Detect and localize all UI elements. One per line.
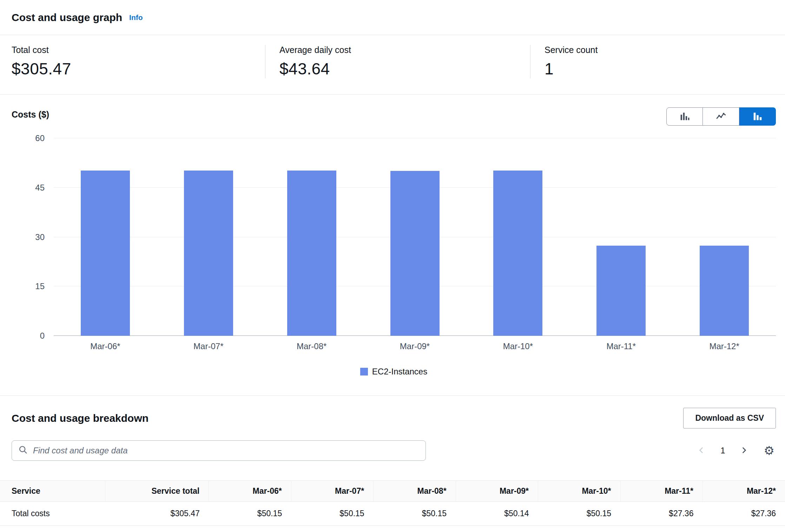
stat-label: Average daily cost xyxy=(279,45,530,55)
column-header: Mar-08* xyxy=(374,481,456,502)
table-cell: $27.36 xyxy=(620,502,702,526)
table-cell: $50.14 xyxy=(456,526,538,532)
table-cell: $50.15 xyxy=(374,526,456,532)
y-tick-label: 45 xyxy=(35,183,45,193)
chevron-left-icon xyxy=(697,446,706,456)
column-header: Mar-12* xyxy=(702,481,785,502)
chart-section: Costs ($) xyxy=(0,95,785,396)
table-row: Total costs$305.47$50.15$50.15$50.15$50.… xyxy=(0,502,785,526)
bar[interactable] xyxy=(493,171,542,336)
table-cell: $50.14 xyxy=(456,502,538,526)
bar-chart: 015304560 xyxy=(12,138,776,336)
stat-service-count: Service count 1 xyxy=(530,45,785,78)
bar-slot xyxy=(157,138,260,336)
page-header: Cost and usage graph Info xyxy=(0,0,785,35)
table-header-row: ServiceService totalMar-06*Mar-07*Mar-08… xyxy=(0,481,785,502)
bar-slot xyxy=(466,138,569,336)
column-header: Mar-11* xyxy=(620,481,702,502)
table-cell: $50.15 xyxy=(209,526,291,532)
grouped-bar-chart-icon xyxy=(679,110,691,123)
preferences-button[interactable]: ⚙ xyxy=(763,443,776,458)
bar-slot xyxy=(363,138,467,336)
stat-total-cost: Total cost $305.47 xyxy=(0,45,265,78)
y-tick-label: 60 xyxy=(35,133,45,143)
table-cell: EC2-Instances xyxy=(0,526,105,532)
y-tick-label: 30 xyxy=(35,232,45,242)
line-chart-toggle-button[interactable] xyxy=(703,107,739,126)
x-axis-label: Mar-09* xyxy=(363,341,467,351)
x-axis-label: Mar-06* xyxy=(54,341,157,351)
bar-slot xyxy=(260,138,363,336)
table-cell: $27.36 xyxy=(702,526,785,532)
table-cell: $50.15 xyxy=(538,502,620,526)
pagination: 1 ⚙ xyxy=(696,443,776,458)
table-cell: $50.15 xyxy=(374,502,456,526)
bar[interactable] xyxy=(184,171,233,336)
table-row: EC2-Instances$305.47$50.15$50.15$50.15$5… xyxy=(0,526,785,532)
bar[interactable] xyxy=(390,171,440,336)
stat-value: $305.47 xyxy=(12,59,265,78)
gear-icon: ⚙ xyxy=(764,445,774,457)
bar-slot xyxy=(673,138,776,336)
chart-y-axis-title: Costs ($) xyxy=(12,107,49,120)
stat-average-daily-cost: Average daily cost $43.64 xyxy=(265,45,530,78)
search-icon xyxy=(18,445,28,456)
legend-item-ec2-instances[interactable]: EC2-Instances xyxy=(360,367,427,377)
stats-row: Total cost $305.47 Average daily cost $4… xyxy=(0,35,785,95)
stacked-bar-chart-icon xyxy=(752,110,764,123)
grouped-bar-chart-toggle-button[interactable] xyxy=(666,107,703,126)
legend-swatch xyxy=(360,368,368,375)
breakdown-title: Cost and usage breakdown xyxy=(12,412,149,424)
table-cell: $305.47 xyxy=(105,502,209,526)
table-cell: $50.15 xyxy=(209,502,291,526)
y-tick-label: 15 xyxy=(35,281,45,291)
page-title: Cost and usage graph xyxy=(12,12,122,24)
table-cell: $50.15 xyxy=(538,526,620,532)
next-page-button[interactable] xyxy=(738,444,750,457)
stat-label: Service count xyxy=(545,45,785,55)
table-cell: $305.47 xyxy=(105,526,209,532)
chart-legend: EC2-Instances xyxy=(12,367,776,377)
breakdown-section: Cost and usage breakdown Download as CSV xyxy=(0,396,785,532)
x-axis-label: Mar-10* xyxy=(466,341,569,351)
bar[interactable] xyxy=(700,246,749,336)
bar-slot xyxy=(569,138,673,336)
cost-breakdown-table: ServiceService totalMar-06*Mar-07*Mar-08… xyxy=(0,480,785,532)
bars-row xyxy=(54,138,776,336)
stat-value: $43.64 xyxy=(279,59,530,78)
search-box xyxy=(12,440,426,461)
line-chart-icon xyxy=(715,110,727,123)
x-axis-label: Mar-11* xyxy=(569,341,673,351)
x-axis-label: Mar-12* xyxy=(673,341,776,351)
x-axis-label: Mar-08* xyxy=(260,341,363,351)
column-header: Mar-06* xyxy=(209,481,291,502)
current-page-number[interactable]: 1 xyxy=(720,446,725,455)
chart-type-toggle-group xyxy=(666,107,776,126)
download-csv-button[interactable]: Download as CSV xyxy=(683,408,776,428)
x-axis-label: Mar-07* xyxy=(157,341,260,351)
bar[interactable] xyxy=(81,171,130,336)
stacked-bar-chart-toggle-button[interactable] xyxy=(739,107,776,126)
y-axis: 015304560 xyxy=(12,138,54,336)
table-cell: Total costs xyxy=(0,502,105,526)
stat-value: 1 xyxy=(545,59,785,78)
column-header: Mar-07* xyxy=(291,481,373,502)
x-axis-labels: Mar-06*Mar-07*Mar-08*Mar-09*Mar-10*Mar-1… xyxy=(54,341,776,351)
legend-label: EC2-Instances xyxy=(372,367,427,377)
bar[interactable] xyxy=(287,171,336,336)
table-cell: $27.36 xyxy=(620,526,702,532)
bar-slot xyxy=(54,138,157,336)
column-header: Service xyxy=(0,481,105,502)
info-link[interactable]: Info xyxy=(129,13,143,22)
table-cell: $50.15 xyxy=(291,526,373,532)
column-header: Mar-09* xyxy=(456,481,538,502)
search-input[interactable] xyxy=(33,446,419,455)
y-tick-label: 0 xyxy=(40,331,45,341)
table-cell: $27.36 xyxy=(702,502,785,526)
table-body: Total costs$305.47$50.15$50.15$50.15$50.… xyxy=(0,502,785,532)
bar[interactable] xyxy=(596,246,646,336)
plot-area xyxy=(54,138,776,336)
chevron-right-icon xyxy=(739,446,748,456)
previous-page-button[interactable] xyxy=(696,444,708,457)
stat-label: Total cost xyxy=(12,45,265,55)
